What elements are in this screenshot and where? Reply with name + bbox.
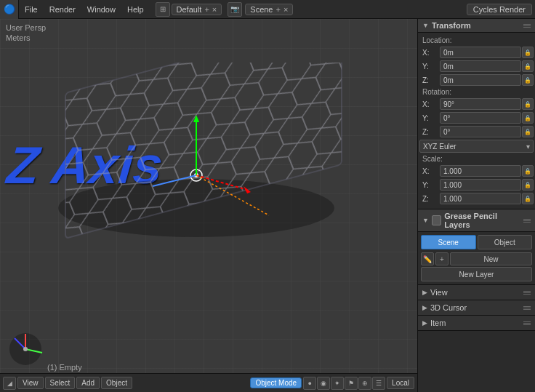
axes-widget: [7, 331, 44, 367]
blender-icon: 🔵: [0, 0, 19, 19]
scale-x-key: X:: [419, 167, 440, 175]
cursor-label: 3D Cursor: [430, 303, 467, 312]
empty-object-label: (1) Empty: [47, 363, 82, 372]
scale-y-key: Y:: [419, 181, 440, 189]
scale-x-value[interactable]: 1.000: [440, 165, 521, 177]
viewport-3d[interactable]: Z Axis: [0, 19, 417, 392]
scale-z-lock[interactable]: 🔒: [522, 193, 534, 204]
transform-drag-handle: [523, 24, 531, 28]
gp-new-btn[interactable]: New: [450, 252, 532, 265]
location-x-key: X:: [419, 49, 440, 57]
location-y-row: Y: 0m 🔒: [419, 60, 534, 73]
rotation-y-row: Y: 0° 🔒: [419, 111, 534, 124]
item-drag-handle: [523, 321, 531, 325]
rotation-y-lock[interactable]: 🔒: [522, 112, 534, 124]
scale-y-value[interactable]: 1.000: [440, 179, 521, 191]
rotation-mode-arrow: ▾: [526, 143, 530, 151]
layout-add-icon[interactable]: +: [204, 5, 209, 14]
scale-y-lock[interactable]: 🔒: [522, 179, 534, 191]
location-z-value[interactable]: 0m: [440, 74, 521, 86]
viewport-icon-row: ● ◉ ✦ ⚑ ⊕ ☰: [303, 377, 385, 390]
gp-tab-row: Scene Object: [421, 235, 532, 249]
grease-pencil-header[interactable]: ▼ Grease Pencil Layers: [418, 209, 535, 232]
scale-y-row: Y: 1.000 🔒: [419, 178, 534, 191]
location-y-lock[interactable]: 🔒: [522, 60, 534, 72]
item-arrow: ▶: [422, 319, 427, 327]
viewport-icon-2[interactable]: ◉: [317, 377, 330, 390]
gp-pencil-icon[interactable]: ✏️: [421, 252, 434, 265]
location-x-lock[interactable]: 🔒: [522, 47, 534, 58]
units-label: Meters: [6, 33, 31, 42]
viewport-bottom-bar: ◢ View Select Add Object Object Mode ● ◉…: [0, 373, 417, 392]
rotation-x-lock[interactable]: 🔒: [522, 98, 534, 110]
rotation-mode-selector[interactable]: XYZ Euler ▾: [419, 140, 534, 153]
gp-checkbox[interactable]: [432, 215, 441, 225]
viewport-icon-6[interactable]: ☰: [372, 377, 385, 390]
gp-tab-object[interactable]: Object: [478, 235, 533, 249]
location-z-key: Z:: [419, 76, 440, 84]
rotation-z-value[interactable]: 0°: [440, 126, 521, 137]
cursor-arrow: ▶: [422, 304, 427, 311]
rotation-x-row: X: 90° 🔒: [419, 97, 534, 111]
viewport-camera-icon[interactable]: 📷: [228, 2, 242, 17]
transform-section: ▼ Transform Location: X: 0m 🔒 Y: 0m 🔒: [418, 19, 535, 209]
viewport-icon-1[interactable]: ●: [303, 377, 316, 390]
scale-x-lock[interactable]: 🔒: [522, 165, 534, 177]
view-label: View: [430, 288, 448, 297]
gp-tab-scene[interactable]: Scene: [421, 235, 476, 249]
transform-header[interactable]: ▼ Transform: [418, 19, 535, 33]
gp-title: Grease Pencil Layers: [444, 212, 520, 229]
add-menu-btn[interactable]: Add: [76, 377, 100, 389]
item-section: ▶ Item: [418, 316, 535, 331]
viewport-icon-5[interactable]: ⊕: [358, 377, 371, 390]
main-layout: Z Axis: [0, 19, 535, 392]
local-btn[interactable]: Local: [387, 377, 414, 389]
right-panel: ▼ Transform Location: X: 0m 🔒 Y: 0m 🔒: [417, 19, 535, 392]
scene-close-icon[interactable]: ×: [283, 5, 288, 14]
top-bar: 🔵 File Render Window Help ⊞ Default + × …: [0, 0, 535, 19]
menu-help[interactable]: Help: [121, 0, 150, 18]
view-header[interactable]: ▶ View: [418, 285, 535, 300]
location-z-lock[interactable]: 🔒: [522, 74, 534, 86]
view-menu-btn[interactable]: View: [17, 377, 44, 389]
menu-render[interactable]: Render: [44, 0, 81, 18]
rotation-z-row: Z: 0° 🔒: [419, 125, 534, 138]
select-menu-btn[interactable]: Select: [45, 377, 76, 389]
rotation-y-key: Y:: [419, 114, 440, 122]
scene-add-icon[interactable]: +: [276, 5, 281, 14]
render-engine-selector[interactable]: Cycles Render: [467, 4, 532, 15]
layout-selector[interactable]: Default + ×: [172, 4, 222, 15]
scene-selector[interactable]: Scene + ×: [245, 4, 293, 15]
location-z-row: Z: 0m 🔒: [419, 73, 534, 87]
scale-z-value[interactable]: 1.000: [440, 193, 521, 204]
location-y-value[interactable]: 0m: [440, 60, 521, 72]
mesh-object: [44, 63, 349, 281]
rotation-x-value[interactable]: 90°: [440, 98, 521, 110]
gp-drag-handle: [523, 219, 531, 223]
item-header[interactable]: ▶ Item: [418, 316, 535, 330]
object-menu-btn[interactable]: Object: [101, 377, 132, 389]
rotation-z-lock[interactable]: 🔒: [522, 126, 534, 137]
view-arrow: ▶: [422, 289, 427, 296]
rotation-y-value[interactable]: 0°: [440, 112, 521, 124]
scale-x-row: X: 1.000 🔒: [419, 164, 534, 177]
item-label: Item: [430, 319, 446, 327]
cursor-header[interactable]: ▶ 3D Cursor: [418, 300, 535, 315]
viewport-icon-4[interactable]: ⚑: [345, 377, 358, 390]
menu-file[interactable]: File: [19, 0, 44, 18]
scale-label: Scale:: [419, 154, 534, 164]
viewport-icon-3[interactable]: ✦: [331, 377, 344, 390]
viewport-corner-icon[interactable]: ◢: [3, 377, 16, 390]
location-y-key: Y:: [419, 63, 440, 71]
view-drag-handle: [523, 291, 531, 295]
menu-window[interactable]: Window: [81, 0, 121, 18]
gp-add-icon[interactable]: +: [435, 252, 448, 265]
mode-selector[interactable]: Object Mode: [250, 377, 302, 388]
transform-body: Location: X: 0m 🔒 Y: 0m 🔒 Z: 0m 🔒 R: [418, 33, 535, 209]
location-x-value[interactable]: 0m: [440, 47, 521, 58]
gp-new-layer-btn[interactable]: New Layer: [421, 267, 532, 281]
grease-pencil-section: ▼ Grease Pencil Layers Scene Object ✏️ +…: [418, 209, 535, 285]
cursor-drag-handle: [523, 306, 531, 310]
layout-close-icon[interactable]: ×: [212, 5, 217, 14]
layout-grid-icon[interactable]: ⊞: [156, 2, 170, 17]
